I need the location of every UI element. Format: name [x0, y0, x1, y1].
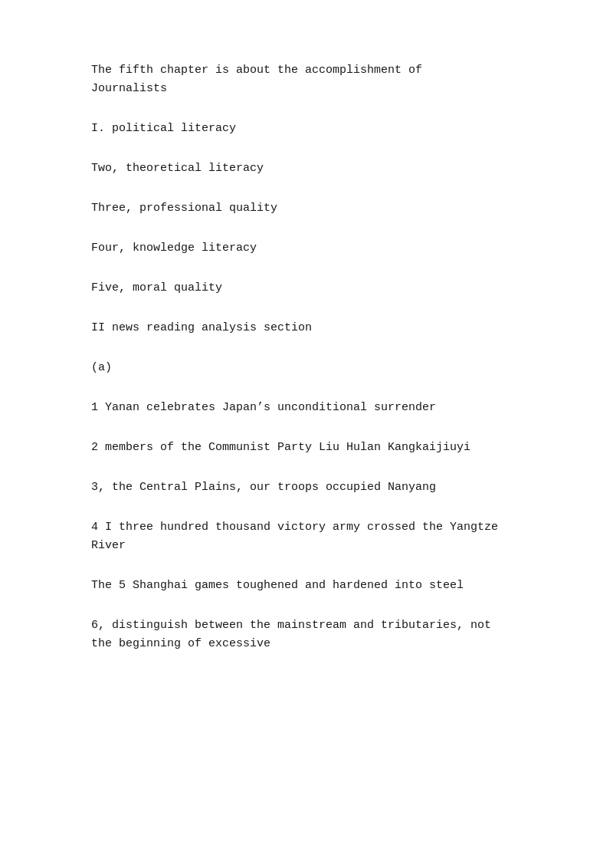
paragraph-item1: I. political literacy — [91, 120, 522, 138]
paragraph-intro: The fifth chapter is about the accomplis… — [91, 61, 522, 98]
text-line: Three, professional quality — [91, 199, 522, 218]
paragraph-sub-a: (a) — [91, 359, 522, 377]
text-line: I. political literacy — [91, 120, 522, 138]
paragraph-item5: Five, moral quality — [91, 279, 522, 298]
text-line: 3, the Central Plains, our troops occupi… — [91, 478, 522, 497]
text-line: II news reading analysis section — [91, 319, 522, 337]
text-line: River — [91, 537, 522, 555]
text-line: 1 Yanan celebrates Japan’s unconditional… — [91, 399, 522, 417]
paragraph-item4: Four, knowledge literacy — [91, 239, 522, 258]
paragraph-section2: II news reading analysis section — [91, 319, 522, 337]
paragraph-news6: 6, distinguish between the mainstream an… — [91, 616, 522, 653]
paragraph-news1: 1 Yanan celebrates Japan’s unconditional… — [91, 399, 522, 417]
text-line: The 5 Shanghai games toughened and harde… — [91, 577, 522, 595]
text-line: Journalists — [91, 80, 522, 98]
text-line: 2 members of the Communist Party Liu Hul… — [91, 439, 522, 457]
paragraph-news2: 2 members of the Communist Party Liu Hul… — [91, 439, 522, 457]
paragraph-news4: 4 I three hundred thousand victory army … — [91, 518, 522, 555]
text-line: Five, moral quality — [91, 279, 522, 298]
text-line: Two, theoretical literacy — [91, 159, 522, 178]
text-line: 6, distinguish between the mainstream an… — [91, 616, 522, 635]
paragraph-item3: Three, professional quality — [91, 199, 522, 218]
text-line: (a) — [91, 359, 522, 377]
text-line: The fifth chapter is about the accomplis… — [91, 61, 522, 80]
paragraph-item2: Two, theoretical literacy — [91, 159, 522, 178]
text-line: the beginning of excessive — [91, 635, 522, 653]
paragraph-news5: The 5 Shanghai games toughened and harde… — [91, 577, 522, 595]
page-content: The fifth chapter is about the accomplis… — [0, 0, 613, 736]
text-line: 4 I three hundred thousand victory army … — [91, 518, 522, 537]
paragraph-news3: 3, the Central Plains, our troops occupi… — [91, 478, 522, 497]
text-line: Four, knowledge literacy — [91, 239, 522, 258]
